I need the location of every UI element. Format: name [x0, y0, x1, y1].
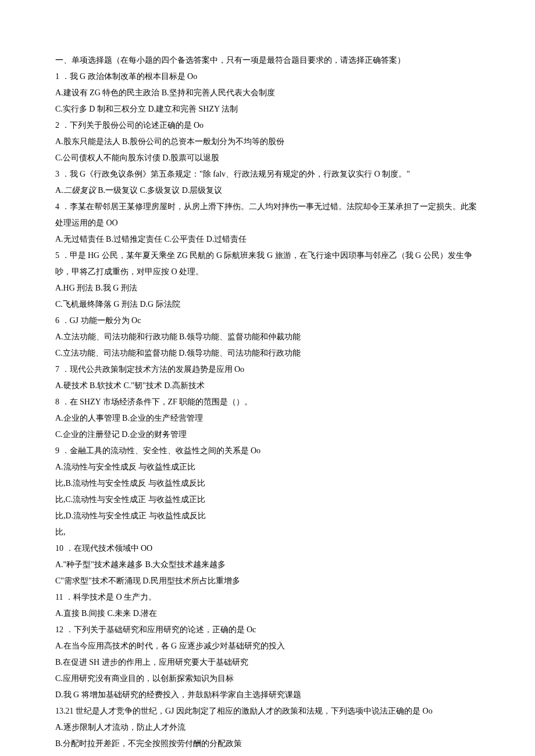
text-line: B.在促进 SH 进步的作用上，应用研究要大于基础研究: [55, 654, 480, 671]
text-line: A.直接 B.间接 C.未来 D.潜在: [55, 605, 480, 622]
text-line: A.HG 刑法 B.我 G 刑法: [55, 280, 480, 296]
text-line: C.飞机最终降落 G 刑法 D.G 际法院: [55, 296, 480, 313]
text-line: A.硬技术 B.软技术 C."韧"技术 D.高新技术: [55, 378, 480, 394]
text-line: A.立法功能、司法功能和行政功能 B.领导功能、监督功能和仲裁功能: [55, 329, 480, 345]
text-line: C.立法功能、司法功能和监督功能 D.领导功能、司法功能和行政功能: [55, 345, 480, 361]
text-line: A.建设有 ZG 特色的民主政治 B.坚持和完善人民代表大会制度: [55, 85, 480, 101]
text-line: 11 ．科学技术是 O 生产力。: [55, 589, 480, 605]
text-line: 2 ．下列关于股份公司的论述正确的是 Oo: [55, 117, 480, 134]
text-line: C"需求型"技术不断涌现 D.民用型技术所占比重增多: [55, 573, 480, 589]
text-line: C.实行多 D 制和三权分立 D.建立和完善 SHZY 法制: [55, 101, 480, 117]
text-line: 比,C.流动性与安全性成正 与收益性成正比: [55, 492, 480, 508]
text-line: 6 ．GJ 功能一般分为 Oc: [55, 313, 480, 329]
text-line: 5 ．甲是 HG 公民，某年夏天乘坐 ZG 民航的 G 际航班来我 G 旅游，在…: [55, 248, 480, 280]
text-line: 10 ．在现代技术领域中 OO: [55, 540, 480, 557]
text-line: 比,D.流动性与安全性成正 与收益性成反比: [55, 508, 480, 524]
text-line: 一、单项选择题（在每小题的四个备选答案中，只有一项是最符合题目要求的，请选择正确…: [55, 52, 480, 69]
text-line: A.在当今应用高技术的时代，各 G 应逐步减少对基础研究的投入: [55, 638, 480, 654]
text-line: 7 ．现代公共政策制定技术方法的发展趋势是应用 Oo: [55, 361, 480, 378]
text-line: A.无过错责任 B.过错推定责任 C.公平责任 D.过错责任: [55, 231, 480, 248]
text-line: 13.21 世纪是人才竞争的世纪，GJ 因此制定了相应的激励人才的政策和法规，下…: [55, 703, 480, 719]
text-line: C.公司债权人不能向股东讨债 D.股票可以退股: [55, 150, 480, 166]
text-line: A.股东只能是法人 B.股份公司的总资本一般划分为不均等的股份: [55, 134, 480, 150]
text-line: A.流动性与安全性成反 与收益性成正比: [55, 459, 480, 475]
text-line: A.逐步限制人才流动，防止人才外流: [55, 719, 480, 736]
text-line: C.应用研究没有商业目的，以创新探索知识为目标: [55, 671, 480, 687]
text-line: B.分配时拉开差距，不完全按照按劳付酬的分配政策: [55, 736, 480, 752]
text-line: A."种子型"技术越来越多 B.大众型技术越来越多: [55, 557, 480, 573]
text-line: C.企业的注册登记 D.企业的财务管理: [55, 427, 480, 443]
text-line: 比,B.流动性与安全性成反 与收益性成反比: [55, 475, 480, 492]
text-line: 4 ．李某在帮邻居王某修理房屋时，从房上滑下摔伤。二人均对摔伤一事无过错。法院却…: [55, 199, 480, 231]
text-line: A.二级复议 B.一级复议 C.多级复议 D.层级复议: [55, 182, 480, 199]
text-line: D.我 G 将增加基础研究的经费投入，并鼓励科学家自主选择研究课题: [55, 687, 480, 703]
text-line: 12 ．下列关于基础研究和应用研究的论述，正确的是 Oc: [55, 622, 480, 638]
italic-text: 二级复议: [63, 186, 96, 195]
text-line: 8 ．在 SHZY 市场经济条件下，ZF 职能的范围是（）。: [55, 394, 480, 410]
text-line: A.企业的人事管理 B.企业的生产经营管理: [55, 410, 480, 427]
document-body: 一、单项选择题（在每小题的四个备选答案中，只有一项是最符合题目要求的，请选择正确…: [55, 52, 480, 752]
text-line: 1 ．我 G 政治体制改革的根本目标是 Oo: [55, 69, 480, 85]
text-line: 9 ．金融工具的流动性、安全性、收益性之间的关系是 Oo: [55, 443, 480, 459]
text-line: 比,: [55, 524, 480, 540]
text-line: 3 ．我 G《行政免议条例》第五条规定："除 falv、行政法规另有规定的外，行…: [55, 166, 480, 182]
